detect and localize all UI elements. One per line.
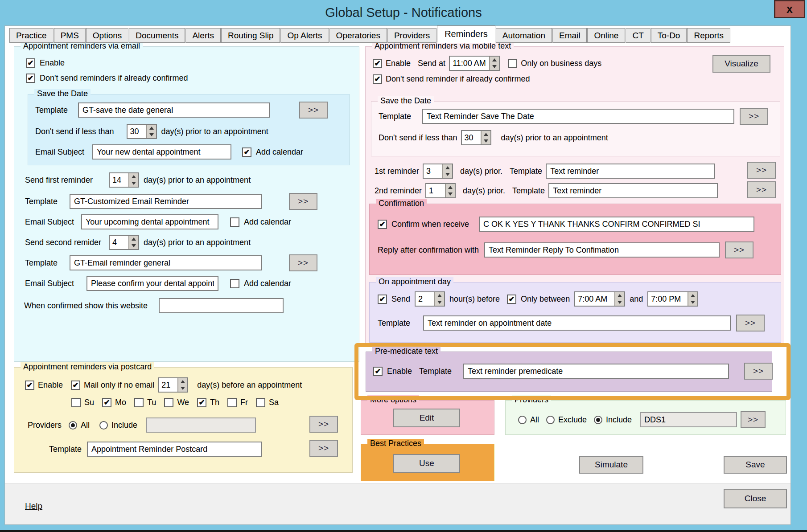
tab-todo[interactable]: To-Do	[651, 28, 687, 43]
tab-pms[interactable]: PMS	[54, 28, 86, 43]
email-subject1-input[interactable]	[81, 214, 218, 229]
tab-practice[interactable]: Practice	[9, 28, 54, 43]
postcard-days-spinner[interactable]: 21	[158, 377, 188, 393]
spinner-arrows[interactable]	[442, 164, 452, 178]
tab-online[interactable]: Online	[587, 28, 625, 43]
spinner-arrows[interactable]	[434, 292, 444, 306]
email-enable-checkbox[interactable]	[26, 58, 35, 68]
mobile-rem2-template-input[interactable]	[548, 183, 718, 198]
day-th-checkbox[interactable]	[197, 398, 206, 407]
on-day-send-checkbox[interactable]	[378, 295, 387, 304]
day-su-checkbox[interactable]	[71, 398, 81, 407]
day-sa-checkbox[interactable]	[256, 398, 265, 407]
spinner-arrows[interactable]	[688, 292, 697, 306]
simulate-button[interactable]: Simulate	[579, 456, 643, 474]
tab-email[interactable]: Email	[552, 28, 587, 43]
window-close-button[interactable]: x	[774, 0, 805, 18]
email-subject1-add-calendar-checkbox[interactable]	[230, 217, 239, 227]
between-from-spinner[interactable]: 7:00 AM	[574, 291, 625, 307]
tab-providers[interactable]: Providers	[387, 28, 436, 43]
mobile-save-days-spinner[interactable]: 30	[461, 130, 491, 145]
postcard-providers-picker-button[interactable]: >>	[309, 416, 338, 433]
postcard-providers-include-radio[interactable]	[99, 421, 108, 430]
postcard-template-input[interactable]	[87, 442, 262, 457]
email-first-reminder-spinner[interactable]: 14	[109, 172, 139, 188]
day-fr-checkbox[interactable]	[227, 398, 237, 407]
help-link[interactable]: Help	[25, 501, 42, 511]
tab-ct[interactable]: CT	[626, 28, 650, 43]
spinner-arrows[interactable]	[177, 378, 187, 392]
tab-operatories[interactable]: Operatories	[329, 28, 387, 43]
postcard-providers-all-radio[interactable]	[69, 421, 77, 430]
mobile-save-template-picker-button[interactable]: >>	[740, 108, 768, 125]
tab-options[interactable]: Options	[86, 28, 128, 43]
spinner-arrows[interactable]	[146, 125, 156, 138]
day-we-checkbox[interactable]	[164, 398, 173, 407]
only-between-checkbox[interactable]	[507, 295, 516, 304]
mobile-rem2-picker-button[interactable]: >>	[747, 181, 776, 198]
spinner-arrows[interactable]	[614, 292, 624, 306]
edit-button[interactable]: Edit	[393, 409, 460, 427]
on-day-hours-spinner[interactable]: 2	[415, 291, 445, 307]
providers-exclude-radio[interactable]	[546, 416, 555, 424]
tab-documents[interactable]: Documents	[129, 28, 185, 43]
email-template1-picker-button[interactable]: >>	[289, 193, 317, 210]
mobile-save-template-input[interactable]	[422, 109, 734, 124]
postcard-enable-checkbox[interactable]	[25, 381, 34, 390]
day-tu-checkbox[interactable]	[134, 398, 144, 407]
email-save-add-calendar-checkbox[interactable]	[242, 147, 251, 157]
mobile-send-at-spinner[interactable]: 11:00 AM	[449, 56, 500, 71]
postcard-mail-only-checkbox[interactable]	[71, 381, 80, 390]
providers-picker-button[interactable]: >>	[741, 411, 766, 428]
premedicate-template-input[interactable]	[463, 364, 729, 379]
between-to-spinner[interactable]: 7:00 PM	[647, 291, 698, 307]
visualize-button[interactable]: Visualize	[712, 55, 770, 73]
confirm-when-receive-checkbox[interactable]	[378, 220, 387, 229]
mobile-rem1-spinner[interactable]: 3	[423, 164, 453, 179]
email-subject2-add-calendar-checkbox[interactable]	[230, 279, 239, 288]
postcard-template-picker-button[interactable]: >>	[309, 440, 338, 457]
mobile-rem1-picker-button[interactable]: >>	[747, 162, 776, 179]
premedicate-template-picker-button[interactable]: >>	[744, 363, 773, 380]
on-day-template-input[interactable]	[423, 315, 731, 331]
tab-alerts[interactable]: Alerts	[185, 28, 221, 43]
email-template2-input[interactable]	[70, 255, 262, 270]
spinner-arrows[interactable]	[445, 184, 455, 197]
email-subject2-input[interactable]	[86, 276, 218, 291]
mobile-dont-send-checkbox[interactable]	[373, 74, 382, 84]
tab-reports[interactable]: Reports	[687, 28, 730, 43]
reply-template-picker-button[interactable]: >>	[725, 241, 753, 258]
premedicate-enable-checkbox[interactable]	[373, 367, 383, 376]
tab-routing-slip[interactable]: Routing Slip	[221, 28, 280, 43]
email-save-template-input[interactable]	[78, 102, 270, 118]
confirm-keywords-input[interactable]	[479, 217, 754, 232]
save-button[interactable]: Save	[724, 456, 787, 474]
use-button[interactable]: Use	[393, 454, 460, 473]
email-save-days-spinner[interactable]: 30	[127, 124, 157, 139]
providers-all-radio[interactable]	[518, 416, 527, 424]
mobile-enable-checkbox[interactable]	[373, 59, 382, 68]
email-template2-picker-button[interactable]: >>	[289, 254, 317, 271]
providers-include-input[interactable]	[640, 412, 737, 427]
mobile-rem2-spinner[interactable]: 1	[425, 183, 456, 198]
spinner-arrows[interactable]	[128, 236, 138, 249]
email-second-reminder-spinner[interactable]: 4	[109, 235, 139, 250]
email-template1-input[interactable]	[70, 194, 262, 209]
spinner-arrows[interactable]	[489, 57, 499, 70]
day-mo-checkbox[interactable]	[102, 398, 111, 407]
on-day-template-picker-button[interactable]: >>	[736, 315, 765, 331]
reply-template-input[interactable]	[484, 242, 720, 258]
tab-op-alerts[interactable]: Op Alerts	[280, 28, 329, 43]
tab-reminders-active[interactable]: Reminders	[437, 25, 495, 43]
email-dont-send-checkbox[interactable]	[26, 74, 35, 83]
email-save-template-picker-button[interactable]: >>	[299, 102, 328, 119]
spinner-arrows[interactable]	[481, 131, 490, 144]
postcard-providers-include-input[interactable]	[146, 417, 256, 433]
email-website-input[interactable]	[159, 298, 284, 313]
email-save-subject-input[interactable]	[92, 144, 231, 160]
tab-automation[interactable]: Automation	[496, 28, 552, 43]
mobile-rem1-template-input[interactable]	[546, 164, 715, 179]
spinner-arrows[interactable]	[128, 173, 138, 187]
providers-include-radio[interactable]	[594, 416, 602, 424]
close-button[interactable]: Close	[724, 489, 787, 508]
